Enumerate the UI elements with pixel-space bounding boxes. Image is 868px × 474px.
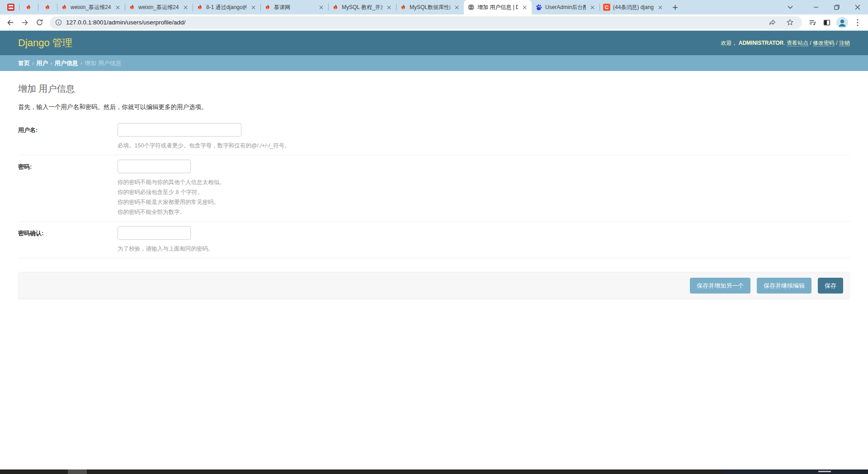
field-input-username[interactable] xyxy=(118,123,241,137)
tab-close-button[interactable] xyxy=(182,4,189,11)
browser-tab-9-active[interactable]: C 增加 用户信息 | Dja xyxy=(464,0,532,14)
new-tab-button[interactable] xyxy=(667,0,683,14)
side-panel-icon xyxy=(823,19,831,27)
help-line: 你的密码必须包含至少 8 个字符。 xyxy=(118,187,225,197)
help-line: 必填。150个字符或者更少。包含字母，数字和仅有的@/./+/-/_符号。 xyxy=(118,141,290,151)
flame-favicon-icon xyxy=(400,4,407,11)
add-userprofile-form: 用户名: 必填。150个字符或者更少。包含字母，数字和仅有的@/./+/-/_符… xyxy=(18,118,850,258)
breadcrumb-separator: › xyxy=(80,60,82,66)
tab-close-button[interactable] xyxy=(385,4,392,11)
user-tools-link-1[interactable]: 修改密码 xyxy=(813,40,835,47)
breadcrumb-current: 增加 用户信息 xyxy=(85,60,122,66)
flame-favicon-icon xyxy=(61,4,68,11)
submit-row: 保存并增加另一个保存并继续编辑保存 xyxy=(18,272,850,299)
pinned-site-favicon-icon xyxy=(7,4,14,11)
close-window-button[interactable] xyxy=(847,0,868,14)
close-icon xyxy=(658,5,662,9)
back-button[interactable] xyxy=(4,16,17,29)
site-branding-link[interactable]: Django 管理 xyxy=(18,36,72,50)
breadcrumb-link-1[interactable]: 用户 xyxy=(36,60,48,66)
save-and-add-another-button[interactable]: 保存并增加另一个 xyxy=(690,278,750,294)
url-text[interactable]: 127.0.0.1:8001/admin/users/userprofile/a… xyxy=(66,19,761,26)
tab-title: 8-1 通过django的a xyxy=(206,4,247,11)
tab-close-button[interactable] xyxy=(656,4,664,11)
breadcrumb-link-0[interactable]: 首页 xyxy=(18,60,30,66)
share-button[interactable] xyxy=(765,16,779,29)
breadcrumb-link-2[interactable]: 用户信息 xyxy=(55,60,78,66)
reload-button[interactable] xyxy=(33,16,46,29)
field-help-password2: 为了校验，请输入与上面相同的密码。 xyxy=(118,244,214,254)
field-input-password1[interactable] xyxy=(118,160,191,173)
tab-close-button[interactable] xyxy=(589,4,596,11)
tab-title: MySQL数据库性能 xyxy=(410,4,450,11)
form-row-password2: 密码确认: 为了校验，请输入与上面相同的密码。 xyxy=(18,222,850,258)
browser-tab-5[interactable]: C 8-1 通过django的a xyxy=(193,0,260,14)
browser-tab-3[interactable]: C weixin_慕运维2437 xyxy=(57,0,125,14)
media-controls-button[interactable] xyxy=(806,16,819,29)
window-controls xyxy=(781,0,868,14)
browser-tab-4[interactable]: C weixin_慕运维2437 xyxy=(125,0,193,14)
tab-close-button[interactable] xyxy=(521,4,528,11)
chevron-down-icon xyxy=(788,5,793,9)
globe-favicon-icon xyxy=(467,4,475,11)
browser-tab-0[interactable]: C xyxy=(3,0,19,14)
side-panel-button[interactable] xyxy=(820,16,834,29)
save-button[interactable]: 保存 xyxy=(818,278,843,294)
taskbar-sliver[interactable] xyxy=(0,469,868,474)
tab-close-button[interactable] xyxy=(317,4,325,11)
tab-search-chevron-button[interactable] xyxy=(781,0,799,14)
restore-icon xyxy=(834,5,840,10)
tab-title: weixin_慕运维2437 xyxy=(71,4,111,11)
address-bar[interactable]: 127.0.0.1:8001/admin/users/userprofile/a… xyxy=(50,16,802,29)
tab-close-button[interactable] xyxy=(250,4,257,11)
user-tools-link-2[interactable]: 注销 xyxy=(839,40,850,47)
taskbar-tray-segment xyxy=(723,469,868,474)
field-input-password2[interactable] xyxy=(118,226,191,240)
star-icon xyxy=(786,19,794,26)
field-label-password1: 密码: xyxy=(18,160,118,217)
tab-close-button[interactable] xyxy=(114,4,121,11)
browser-tab-11[interactable]: C (44条消息) django xyxy=(599,0,667,14)
browser-tab-7[interactable]: C MySQL 教程_开发 xyxy=(328,0,396,14)
kebab-menu-icon xyxy=(857,19,859,26)
breadcrumb-separator: › xyxy=(50,60,52,66)
bookmark-button[interactable] xyxy=(783,16,797,29)
form-row-password1: 密码: 你的密码不能与你的其他个人信息太相似。你的密码必须包含至少 8 个字符。… xyxy=(18,155,850,222)
profile-avatar[interactable] xyxy=(836,17,848,28)
close-icon xyxy=(184,5,188,9)
tab-title: 增加 用户信息 | Dja xyxy=(477,4,518,11)
site-info-icon[interactable] xyxy=(55,19,62,26)
browser-tab-6[interactable]: C 慕课网 xyxy=(260,0,328,14)
flame-favicon-icon xyxy=(128,4,136,11)
csdn-favicon-icon: C xyxy=(603,4,610,11)
close-icon xyxy=(590,5,594,9)
help-line: 你的密码不能与你的其他个人信息太相似。 xyxy=(118,177,225,187)
browser-tab-8[interactable]: C MySQL数据库性能 xyxy=(396,0,464,14)
flame-favicon-icon xyxy=(196,4,203,11)
help-line: 你的密码不能是大家都爱用的常见密码。 xyxy=(118,197,225,207)
field-label-password2: 密码确认: xyxy=(18,226,118,254)
browser-menu-button[interactable] xyxy=(851,16,864,29)
field-help-username: 必填。150个字符或者更少。包含字母，数字和仅有的@/./+/-/_符号。 xyxy=(118,141,290,151)
browser-toolbar: 127.0.0.1:8001/admin/users/userprofile/a… xyxy=(0,14,868,31)
minimize-button[interactable] xyxy=(806,0,826,14)
browser-tab-2[interactable]: C xyxy=(38,0,57,14)
save-and-continue-button[interactable]: 保存并继续编辑 xyxy=(757,278,811,294)
browser-tab-10[interactable]: C UserAdmin后台配 xyxy=(532,0,599,14)
taskbar-segment xyxy=(68,469,87,474)
browser-tab-1[interactable]: C xyxy=(19,0,38,14)
forward-button[interactable] xyxy=(18,16,32,29)
flame-favicon-icon xyxy=(44,4,51,11)
browser-tab-strip: C C C xyxy=(0,0,868,14)
close-icon xyxy=(387,5,391,9)
restore-button[interactable] xyxy=(826,0,847,14)
avatar-icon xyxy=(836,17,848,28)
tab-title: UserAdmin后台配 xyxy=(545,4,586,11)
field-label-username: 用户名: xyxy=(18,123,118,151)
close-icon xyxy=(251,5,255,9)
forward-arrow-icon xyxy=(21,19,29,27)
tab-close-button[interactable] xyxy=(453,4,460,11)
field-help-password1: 你的密码不能与你的其他个人信息太相似。你的密码必须包含至少 8 个字符。你的密码… xyxy=(118,177,225,217)
help-line: 你的密码不能全部为数字。 xyxy=(118,207,225,217)
user-tools-link-0[interactable]: 查看站点 xyxy=(787,40,808,47)
